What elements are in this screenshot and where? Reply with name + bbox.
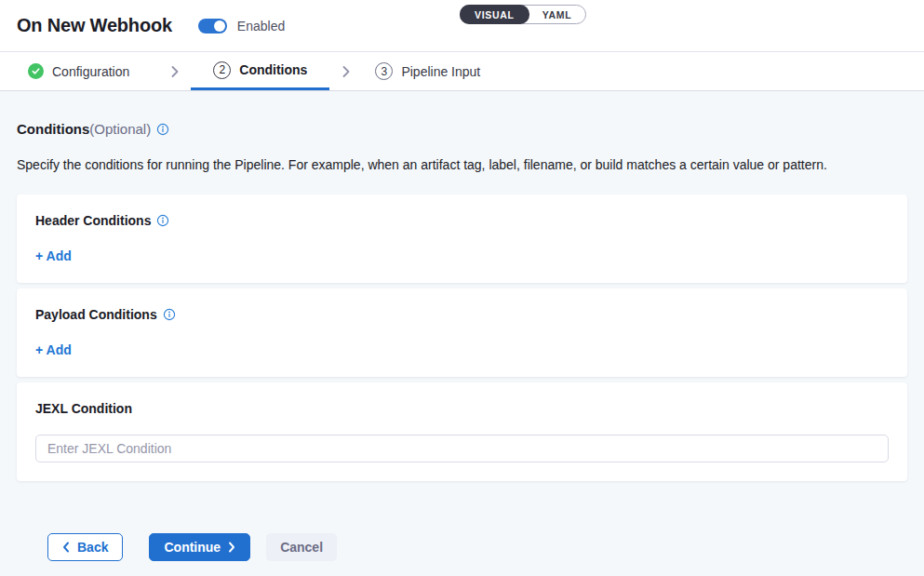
info-icon[interactable]: [156, 214, 169, 227]
step-number-badge: 3: [375, 62, 393, 80]
conditions-description: Specify the conditions for running the P…: [17, 157, 907, 172]
tab-configuration-label: Configuration: [52, 64, 129, 79]
step-number-badge: 2: [213, 61, 231, 79]
tab-conditions-label: Conditions: [239, 62, 307, 77]
tab-pipeline-input[interactable]: 3 Pipeline Input: [371, 52, 484, 90]
webhook-wizard-page: On New Webhook Enabled VISUAL YAML Confi…: [0, 0, 924, 576]
tab-pipeline-input-label: Pipeline Input: [401, 64, 480, 79]
jexl-condition-title-row: JEXL Condition: [35, 401, 889, 416]
chevron-right-icon: [341, 52, 351, 90]
conditions-optional-label: (Optional): [89, 121, 151, 137]
info-icon[interactable]: [163, 308, 176, 321]
page-title: On New Webhook: [17, 15, 172, 36]
back-button[interactable]: Back: [47, 533, 123, 561]
check-circle-icon: [28, 63, 44, 79]
jexl-condition-card: JEXL Condition: [17, 382, 907, 481]
visual-segment[interactable]: VISUAL: [460, 5, 529, 24]
payload-conditions-card: Payload Conditions + Add: [17, 288, 907, 377]
header-conditions-title-row: Header Conditions: [35, 213, 889, 228]
continue-button[interactable]: Continue: [149, 533, 250, 561]
chevron-right-icon: [228, 542, 235, 553]
enabled-toggle[interactable]: [198, 19, 227, 33]
page-header: On New Webhook Enabled VISUAL YAML: [0, 0, 924, 52]
jexl-condition-title: JEXL Condition: [35, 401, 132, 416]
payload-conditions-title-row: Payload Conditions: [35, 307, 889, 322]
back-button-label: Back: [77, 540, 108, 555]
wizard-stepper: Configuration 2 Conditions 3 Pipeline In…: [0, 52, 924, 91]
conditions-heading-row: Conditions (Optional): [17, 121, 907, 137]
enabled-toggle-label: Enabled: [237, 19, 285, 33]
payload-conditions-title: Payload Conditions: [35, 307, 157, 322]
conditions-heading: Conditions: [17, 121, 89, 137]
info-icon[interactable]: [156, 123, 169, 136]
jexl-condition-input[interactable]: [35, 435, 889, 462]
header-conditions-add-button[interactable]: + Add: [35, 248, 72, 263]
chevron-right-icon: [170, 52, 180, 90]
continue-button-label: Continue: [164, 540, 221, 555]
cancel-button[interactable]: Cancel: [266, 533, 337, 561]
header-conditions-title: Header Conditions: [35, 213, 151, 228]
visual-yaml-switch: VISUAL YAML: [460, 5, 586, 24]
payload-conditions-add-button[interactable]: + Add: [35, 342, 72, 357]
cancel-button-label: Cancel: [280, 540, 323, 555]
header-conditions-card: Header Conditions + Add: [17, 194, 907, 283]
conditions-panel: Conditions (Optional) Specify the condit…: [0, 121, 924, 561]
tab-configuration[interactable]: Configuration: [0, 52, 129, 90]
tab-conditions[interactable]: 2 Conditions: [191, 52, 329, 90]
yaml-segment[interactable]: YAML: [529, 6, 586, 23]
wizard-footer: Back Continue Cancel: [47, 533, 907, 561]
chevron-left-icon: [62, 542, 70, 553]
toggle-knob: [214, 20, 225, 32]
